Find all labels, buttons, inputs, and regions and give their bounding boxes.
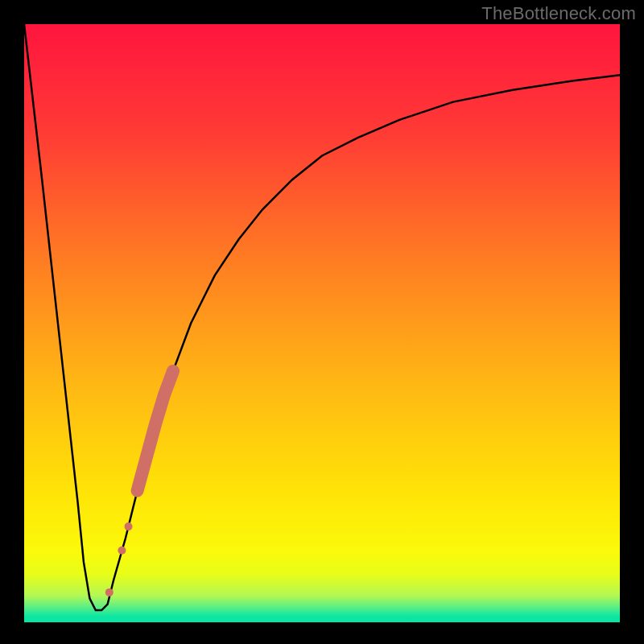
highlight-dot (125, 522, 133, 530)
plot-area (24, 24, 620, 622)
highlight-dot (105, 588, 114, 597)
watermark-text: TheBottleneck.com (481, 3, 636, 24)
chart-frame: TheBottleneck.com (0, 0, 644, 644)
highlight-dot (118, 547, 126, 555)
bottleneck-chart (0, 0, 644, 644)
